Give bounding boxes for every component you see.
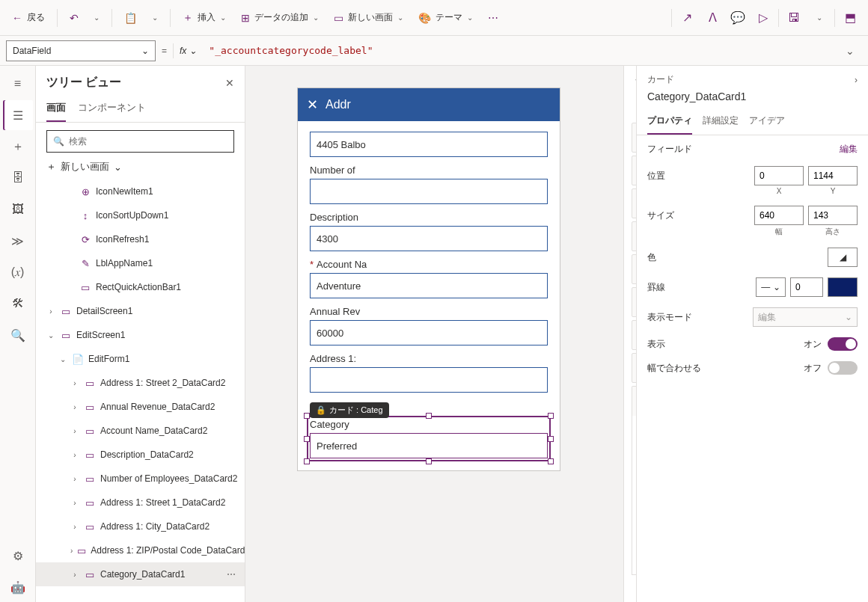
tree-node[interactable]: ▭RectQuickActionBar1 (36, 275, 245, 299)
input-street2[interactable]: 4405 Balbo (310, 132, 548, 157)
lock-icon: 🔒 (316, 405, 326, 415)
chevron-down-icon: ⌄ (141, 46, 149, 56)
field-row[interactable]: ⌄AbcAddress 1: Street 1 (632, 156, 636, 185)
tree-node-selected[interactable]: ›▭Category_DataCard1⋯ (36, 562, 245, 586)
tab-properties[interactable]: プロパティ (647, 108, 692, 135)
tab-components[interactable]: コンポーネント (78, 95, 146, 122)
input-cat[interactable]: Preferred (310, 433, 548, 458)
tree-node[interactable]: ›▭Account Name_DataCard2 (36, 419, 245, 443)
screen-icon: ▭ (60, 306, 72, 317)
tree-node[interactable]: ›▭Address 1: Street 2_DataCard2 (36, 371, 245, 395)
undo-button[interactable]: ↶ (64, 7, 85, 28)
search-input[interactable] (69, 136, 227, 147)
fx-button[interactable]: fx⌄ (180, 46, 197, 56)
input-emp[interactable] (310, 179, 548, 204)
tree-node[interactable]: ›▭Annual Revenue_DataCard2 (36, 395, 245, 419)
selected-card[interactable]: 🔒カード : Categ Category Preferred (310, 419, 548, 458)
input-addr1a[interactable] (310, 367, 548, 393)
rail-tools[interactable]: 🛠 (3, 289, 33, 319)
tree-node[interactable]: ›▭Address 1: City_DataCard2 (36, 515, 245, 538)
tree-node[interactable]: ›▭Description_DataCard2 (36, 443, 245, 467)
pos-x-input[interactable] (754, 166, 804, 185)
palette-icon: 🎨 (418, 12, 431, 24)
tab-screens[interactable]: 画面 (46, 95, 66, 122)
add-data-button[interactable]: ⊞データの追加⌄ (235, 7, 325, 28)
size-w-input[interactable] (754, 206, 804, 225)
field-row[interactable]: ⌄123Number of Employees (632, 188, 636, 218)
field-row[interactable]: ⌄◈Annual Revenue (632, 287, 636, 317)
rail-virtual-agent[interactable]: 🤖 (3, 572, 33, 602)
tree-node[interactable]: ›▭Address 1: Street 1_DataCard2 (36, 491, 245, 515)
save-button[interactable]: 🖫 (782, 6, 806, 30)
rail-data[interactable]: 🗄 (3, 163, 33, 193)
check-button[interactable]: ⴷ (700, 6, 724, 30)
publish-button[interactable]: ⬒ (838, 6, 862, 30)
field-edit-link[interactable]: 編集 (840, 143, 858, 156)
equals-label: = (162, 46, 167, 56)
back-button[interactable]: ←戻る (6, 7, 51, 28)
border-width-input[interactable] (790, 277, 823, 297)
tree-node[interactable]: ›▭DetailScreen1 (36, 299, 245, 323)
tree-node[interactable]: ↕IconSortUpDown1 (36, 203, 245, 227)
undo-icon: ↶ (70, 12, 79, 24)
tree-node[interactable]: ⌄▭EditScreen1 (36, 323, 245, 347)
overflow-button[interactable]: ⋯ (482, 7, 504, 28)
border-color[interactable] (828, 277, 858, 297)
field-row[interactable]: ⌄AbcAddress 1: Street 2 (632, 320, 636, 350)
tree-node[interactable]: ›▭Address 1: ZIP/Postal Code_DataCard2 (36, 538, 245, 562)
paste-split[interactable]: ⌄ (146, 9, 164, 26)
new-screen-button[interactable]: ▭新しい画面⌄ (328, 7, 409, 28)
rail-flows[interactable]: ≫ (3, 226, 33, 256)
input-desc[interactable]: 4300 (310, 226, 548, 251)
tree-close[interactable]: ✕ (225, 77, 234, 89)
tab-advanced[interactable]: 詳細設定 (703, 108, 739, 135)
field-row[interactable]: ⌄AbcDescription (632, 221, 636, 251)
label-emp: Number of (310, 165, 548, 176)
rail-settings[interactable]: ⚙ (3, 541, 33, 571)
chevron-right-icon[interactable]: › (855, 75, 858, 85)
close-icon[interactable]: ✕ (307, 96, 318, 113)
displaymode-select[interactable]: 編集⌄ (753, 307, 858, 327)
color-swatch[interactable]: ◢ (828, 248, 858, 267)
tree-node[interactable]: ✎LblAppName1 (36, 251, 245, 275)
tab-ideas[interactable]: アイデア (749, 108, 785, 135)
theme-button[interactable]: 🎨テーマ⌄ (412, 7, 479, 28)
tree-node[interactable]: ⟳IconRefresh1 (36, 227, 245, 251)
node-more[interactable]: ⋯ (227, 569, 237, 580)
input-acct[interactable]: Adventure (310, 273, 548, 298)
rail-search[interactable]: 🔍 (3, 320, 33, 350)
field-row[interactable]: ⌄AbcAddress 1: ZIP/Postal Code (632, 353, 636, 383)
border-style[interactable]: — ⌄ (756, 277, 786, 297)
new-screen-link[interactable]: ＋ 新しい画面 ⌄ (36, 157, 245, 179)
tree-node[interactable]: ⌄📄EditForm1 (36, 347, 245, 371)
fit-toggle[interactable] (828, 361, 858, 375)
play-button[interactable]: ▷ (751, 6, 775, 30)
undo-split[interactable]: ⌄ (88, 9, 106, 26)
field-row[interactable]: ⌄AbcAccount Name (632, 254, 636, 284)
rail-media[interactable]: 🖼 (3, 194, 33, 224)
field-row[interactable]: ⌄AbcAddress 1: City (632, 123, 636, 153)
field-row-expanded[interactable]: ⌃AbcCategory⋯ (632, 386, 636, 416)
comments-button[interactable]: 💬 (726, 6, 750, 30)
rail-tree[interactable]: ☰ (3, 100, 33, 130)
property-dropdown[interactable]: DataField⌄ (6, 40, 156, 61)
canvas[interactable]: ✕ Addr 4405 Balbo Number of Description4… (245, 66, 636, 602)
formula-expand[interactable]: ⌄ (838, 45, 862, 57)
share-button[interactable]: ↗ (675, 6, 699, 30)
paste-button[interactable]: 📋 (118, 7, 143, 28)
tree-node[interactable]: ⊕IconNewItem1 (36, 179, 245, 203)
rail-variables[interactable]: (𝑥) (3, 257, 33, 287)
pos-y-input[interactable] (808, 166, 858, 185)
formula-input[interactable]: "_accountcategorycode_label" (203, 45, 832, 56)
input-rev[interactable]: 60000 (310, 320, 548, 345)
save-split[interactable]: ⌄ (807, 6, 831, 30)
fields-panel: フィールド ✕ ＋フィールドの追加 ⋯ ⌄AbcAddress 1: City … (623, 66, 636, 602)
size-h-input[interactable] (808, 206, 858, 225)
insert-button[interactable]: ＋挿入⌄ (177, 7, 232, 29)
rail-insert[interactable]: ＋ (3, 132, 33, 162)
visible-toggle[interactable] (828, 337, 858, 351)
add-field-button[interactable]: ＋フィールドの追加 ⋯ (624, 98, 636, 123)
search-box[interactable]: 🔍 (46, 130, 234, 153)
rail-hamburger[interactable]: ≡ (3, 69, 33, 99)
tree-node[interactable]: ›▭Number of Employees_DataCard2 (36, 467, 245, 491)
